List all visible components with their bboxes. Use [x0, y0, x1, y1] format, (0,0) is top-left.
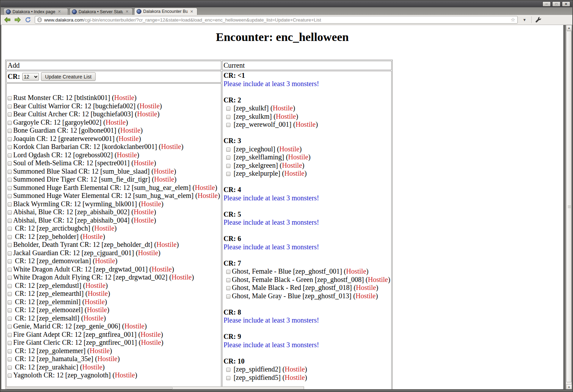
creature-checkbox[interactable]: [8, 178, 12, 182]
creature-checkbox[interactable]: [8, 300, 12, 305]
tab-encounter-builder[interactable]: Dalakora Encounter Bui ✕: [134, 8, 197, 15]
creature-checkbox[interactable]: [8, 284, 12, 288]
include-monsters-message: Please include at least 3 monsters!: [223, 218, 390, 227]
creature-checkbox[interactable]: [226, 294, 230, 299]
creature-checkbox[interactable]: [226, 376, 230, 380]
url-dropdown-icon[interactable]: ▼: [521, 17, 529, 23]
creature-label: CR: 12 [zep_elemoozel] (Hostile): [13, 306, 109, 314]
creature-checkbox[interactable]: [8, 333, 12, 337]
creature-checkbox[interactable]: [226, 148, 230, 152]
creature-checkbox[interactable]: [8, 308, 12, 312]
page-title: Encounter: enc_helloween: [1, 31, 563, 44]
creature-checkbox[interactable]: [226, 156, 230, 160]
hostile-tag: Hostile: [115, 371, 135, 379]
hostile-tag: Hostile: [134, 208, 154, 216]
creature-checkbox[interactable]: [8, 170, 12, 174]
creature-row: CR: 12 [zep_arcticbugbch] (Hostile): [8, 224, 220, 233]
creature-checkbox[interactable]: [8, 194, 12, 198]
tab-close-icon[interactable]: ✕: [125, 10, 129, 14]
creature-checkbox[interactable]: [8, 105, 12, 109]
forward-icon[interactable]: [14, 16, 22, 23]
tab-close-icon[interactable]: ✕: [58, 10, 61, 14]
maximize-button[interactable]: □: [552, 1, 560, 7]
creature-checkbox[interactable]: [8, 268, 12, 272]
scroll-up-icon[interactable]: ▲: [566, 25, 572, 31]
creature-row: CR: 12 [zep_elemsaltl] (Hostile): [8, 314, 220, 323]
creature-checkbox[interactable]: [8, 137, 12, 141]
vertical-scrollbar-thumb[interactable]: [566, 31, 572, 382]
reload-icon[interactable]: [24, 16, 32, 23]
hostile-tag: Hostile: [285, 374, 305, 381]
cr-select[interactable]: 12: [22, 73, 39, 81]
creature-checkbox[interactable]: [8, 341, 12, 345]
creature-checkbox[interactable]: [8, 243, 12, 247]
creature-checkbox[interactable]: [8, 374, 12, 378]
url-path: /cgi-bin/encounterbuilder/?cr_range=12&s…: [83, 17, 321, 23]
creature-checkbox[interactable]: [226, 164, 230, 168]
creature-checkbox[interactable]: [226, 286, 230, 290]
creature-checkbox[interactable]: [8, 161, 12, 166]
creature-checkbox[interactable]: [8, 349, 12, 353]
cr-label: CR:: [8, 73, 20, 81]
creature-checkbox[interactable]: [8, 259, 12, 264]
creature-checkbox[interactable]: [8, 112, 12, 117]
creature-row: [zep_skelflaming] (Hostile): [223, 153, 390, 161]
creature-checkbox[interactable]: [226, 107, 230, 111]
creature-checkbox[interactable]: [8, 186, 12, 190]
creature-checkbox[interactable]: [8, 96, 12, 100]
url-text[interactable]: www.dalakora.com/cgi-bin/encounterbuilde…: [44, 17, 509, 23]
minimize-button[interactable]: ─: [542, 1, 551, 7]
creature-checkbox[interactable]: [226, 172, 230, 176]
creature-checkbox[interactable]: [8, 317, 12, 321]
include-monsters-message: Please include at least 3 monsters!: [223, 316, 390, 325]
creature-row: White Dragon Adult Flying CR: 12 [zep_dr…: [8, 273, 220, 282]
current-groups: CR: <1Please include at least 3 monsters…: [223, 72, 390, 390]
tab-title: Dalakora Encounter Bui: [143, 9, 188, 14]
creature-label: Yagnoloth CR: 12 [zep_yagnoloth] (Hostil…: [13, 371, 137, 379]
hostile-tag: Hostile: [141, 339, 161, 346]
url-bar[interactable]: www.dalakora.com/cgi-bin/encounterbuilde…: [35, 16, 518, 24]
creature-row: Ghost, Male Gray - Blue [zep_ghostf_013]…: [223, 292, 390, 300]
creature-checkbox[interactable]: [226, 115, 230, 119]
creature-checkbox[interactable]: [8, 153, 12, 158]
creature-label: [zep_skulkf] (Hostile): [232, 104, 295, 112]
creature-checkbox[interactable]: [8, 145, 12, 149]
creature-checkbox[interactable]: [226, 123, 230, 127]
creature-checkbox[interactable]: [8, 121, 12, 125]
back-icon[interactable]: [3, 16, 11, 23]
creature-checkbox[interactable]: [8, 251, 12, 256]
vertical-scrollbar[interactable]: ▲ ▼: [566, 25, 572, 390]
update-creature-list-button[interactable]: Update Creature List: [41, 72, 96, 81]
creature-checkbox[interactable]: [8, 292, 12, 296]
tab-server-status[interactable]: Dalakora • Server Statu ✕: [69, 8, 133, 15]
creature-label: Summoned Huge Water Elemental CR: 12 [su…: [13, 192, 220, 199]
creature-checkbox[interactable]: [8, 276, 12, 280]
hostile-tag: Hostile: [82, 363, 103, 371]
wrench-menu-icon[interactable]: [534, 16, 542, 23]
creature-row: CR: 12 [zep_elemoozel] (Hostile): [8, 306, 220, 314]
creature-label: Beholder, Death Tyrant CR: 12 [zep_behol…: [13, 241, 179, 248]
creature-checkbox[interactable]: [8, 227, 12, 231]
creature-checkbox[interactable]: [8, 202, 12, 207]
creature-checkbox[interactable]: [226, 368, 230, 372]
creature-row: Ghost, Female - Blue [zep_ghostf_001] (H…: [223, 267, 390, 276]
creature-checkbox[interactable]: [8, 357, 12, 361]
creature-row: [zep_skelgreen] (Hostile): [223, 161, 390, 170]
creature-checkbox[interactable]: [8, 366, 12, 370]
cr-group-items: [zep_iceghoul] (Hostile) [zep_skelflamin…: [223, 145, 390, 178]
tab-index-page[interactable]: Dalakora • Index page ✕: [3, 8, 68, 15]
creature-checkbox[interactable]: [8, 219, 12, 223]
creature-row: Summoned Huge Water Elemental CR: 12 [su…: [8, 192, 220, 200]
creature-checkbox[interactable]: [8, 129, 12, 133]
close-button[interactable]: ✕: [562, 1, 570, 7]
creature-checkbox[interactable]: [8, 235, 12, 239]
cr-group-heading: CR: 5: [223, 210, 390, 219]
creature-checkbox[interactable]: [8, 325, 12, 329]
creature-row: CR: 12 [zep_golememer] (Hostile): [8, 347, 220, 355]
creature-checkbox[interactable]: [226, 278, 230, 282]
creature-checkbox[interactable]: [8, 210, 12, 215]
hostile-tag: Hostile: [85, 298, 105, 306]
tab-close-icon[interactable]: ✕: [190, 10, 193, 14]
bookmark-star-icon[interactable]: ☆: [511, 17, 515, 23]
creature-checkbox[interactable]: [226, 270, 230, 274]
